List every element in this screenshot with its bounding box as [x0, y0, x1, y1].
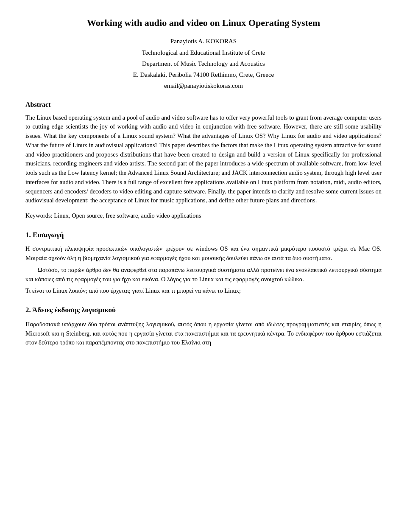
email: email@panayiotiskokoras.com [25, 81, 382, 91]
section2-number: 2. [25, 306, 31, 314]
affiliation-line1: Technological and Educational Institute … [25, 48, 382, 58]
section1-body: Η συντριπτική πλειοψηφία προσωπικών υπολ… [25, 244, 382, 296]
section1-p2: Ωστόσο, το παρών άρθρο δεν θα αναφερθεί … [25, 266, 382, 284]
section2-title: Άδειες έκδοσης λογισμικού [32, 306, 116, 314]
section1-p3: Τι είναι το Linux λοιπόν; από που έρχετα… [25, 286, 382, 296]
section2-body: Παραδοσιακά υπάρχουν δύο τρόποι ανάπτυξη… [25, 320, 382, 347]
section1-heading: 1. Εισαγωγή [25, 230, 382, 241]
keywords: Keywords: Linux, Open source, free softw… [25, 211, 382, 221]
section2-p1: Παραδοσιακά υπάρχουν δύο τρόποι ανάπτυξη… [25, 320, 382, 347]
author: Panayiotis A. KOKORAS [25, 37, 382, 46]
abstract-body: The Linux based operating system and a p… [25, 113, 382, 206]
page-title: Working with audio and video on Linux Op… [25, 17, 382, 29]
section1-number: 1. [25, 231, 31, 239]
section1: 1. Εισαγωγή Η συντριπτική πλειοψηφία προ… [25, 230, 382, 296]
section2: 2. Άδειες έκδοσης λογισμικού Παραδοσιακά… [25, 305, 382, 347]
section1-p1: Η συντριπτική πλειοψηφία προσωπικών υπολ… [25, 244, 382, 263]
affiliation-line2: Department of Music Technology and Acous… [25, 59, 382, 69]
section2-heading: 2. Άδειες έκδοσης λογισμικού [25, 305, 382, 316]
section1-title: Εισαγωγή [33, 231, 64, 239]
abstract-heading: Abstract [25, 100, 382, 109]
affiliation-line3: E. Daskalaki, Peribolia 74100 Rethimno, … [25, 70, 382, 80]
abstract-section: Abstract The Linux based operating syste… [25, 100, 382, 205]
